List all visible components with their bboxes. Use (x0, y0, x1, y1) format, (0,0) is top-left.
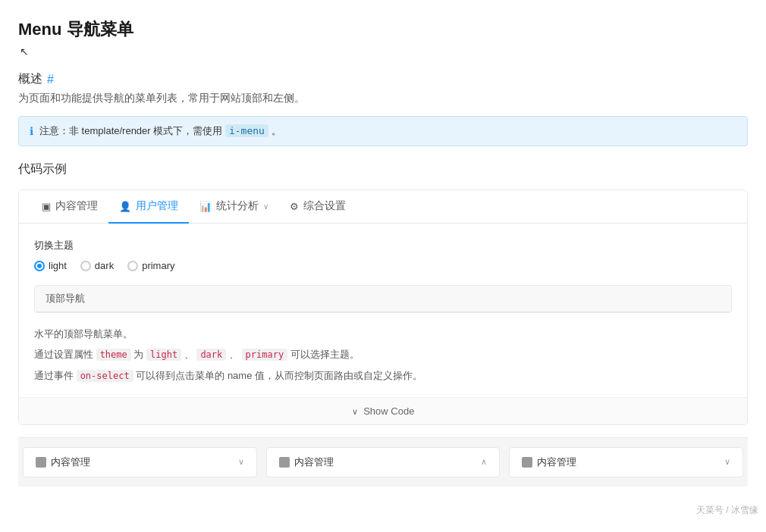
nav-left-1: 内容管理 (279, 455, 334, 469)
radio-light-circle (34, 261, 45, 271)
overview-hash-icon: # (47, 73, 54, 86)
stats-icon: 📊 (199, 201, 212, 212)
nav-left-2: 内容管理 (522, 455, 576, 469)
bottom-nav-label-2: 内容管理 (537, 455, 576, 469)
chevron-icon-1: ∧ (481, 457, 487, 467)
nav-icon-0 (36, 457, 46, 468)
demo-content: 切换主题 light dark primary 顶部导航 (19, 224, 747, 397)
tab-content[interactable]: ▣ 内容管理 (31, 190, 108, 224)
tab-stats[interactable]: 📊 统计分析 ∨ (189, 190, 279, 224)
radio-light[interactable]: light (34, 260, 67, 271)
overview-description: 为页面和功能提供导航的菜单列表，常用于网站顶部和左侧。 (18, 92, 748, 105)
chevron-down-icon: ∨ (352, 407, 358, 416)
radio-group: light dark primary (34, 260, 732, 271)
chevron-icon-2: ∨ (724, 457, 730, 467)
dark-code: dark (196, 349, 226, 361)
bottom-nav-label-1: 内容管理 (294, 455, 334, 469)
tab-user-label: 用户管理 (136, 199, 178, 213)
chevron-down-icon: ∨ (263, 202, 268, 211)
radio-dark-circle (80, 261, 91, 271)
content-icon: ▣ (42, 201, 51, 212)
light-code: light (146, 349, 181, 361)
bottom-nav-item-2[interactable]: 内容管理 ∨ (509, 447, 743, 477)
nav-left-0: 内容管理 (36, 455, 90, 469)
tab-content-label: 内容管理 (55, 199, 98, 213)
info-code: i-menu (225, 124, 268, 137)
tab-settings[interactable]: ⚙ 综合设置 (279, 190, 356, 224)
overview-heading: 概述 # (18, 71, 748, 87)
show-code-label: Show Code (363, 405, 414, 417)
radio-primary[interactable]: primary (127, 260, 174, 271)
bottom-nav-item-0[interactable]: 内容管理 ∨ (23, 447, 257, 477)
info-note-text: 注意：非 template/render 模式下，需使用 i-menu 。 (39, 124, 281, 138)
radio-dark[interactable]: dark (80, 260, 114, 271)
user-icon: 👤 (119, 201, 131, 212)
tabs-nav: ▣ 内容管理 👤 用户管理 📊 统计分析 ∨ ⚙ 综合设置 (19, 190, 747, 224)
nav-preview: 顶部导航 (34, 285, 732, 313)
on-select-code: on-select (77, 370, 133, 382)
radio-dark-label: dark (95, 260, 114, 271)
description-block: 水平的顶部导航菜单。 通过设置属性 theme 为 light 、 dark 、… (34, 324, 732, 390)
theme-code: theme (96, 349, 131, 361)
info-box: ℹ 注意：非 template/render 模式下，需使用 i-menu 。 (18, 116, 748, 146)
desc-line1: 水平的顶部导航菜单。 (34, 325, 732, 343)
desc-line2: 通过设置属性 theme 为 light 、 dark 、 primary 可以… (34, 346, 732, 364)
bottom-nav-item-1[interactable]: 内容管理 ∧ (266, 447, 501, 477)
nav-icon-2 (522, 457, 532, 468)
nav-preview-header: 顶部导航 (35, 286, 731, 312)
demo-card: ▣ 内容管理 👤 用户管理 📊 统计分析 ∨ ⚙ 综合设置 切换主题 (18, 189, 748, 425)
tab-user[interactable]: 👤 用户管理 (108, 190, 189, 224)
switch-theme-label: 切换主题 (34, 239, 732, 252)
radio-primary-label: primary (142, 260, 174, 271)
radio-primary-circle (127, 261, 138, 271)
show-code-bar[interactable]: ∨ Show Code (19, 397, 747, 424)
cursor-icon: ↖ (20, 45, 29, 56)
bottom-nav-label-0: 内容管理 (51, 455, 90, 469)
settings-icon: ⚙ (290, 201, 299, 212)
page-title: Menu 导航菜单 (18, 18, 748, 41)
chevron-icon-0: ∨ (238, 457, 244, 467)
bottom-nav-demo: 内容管理 ∨ 内容管理 ∧ 内容管理 ∨ (18, 437, 748, 487)
nav-icon-1 (279, 457, 290, 468)
code-example-heading: 代码示例 (18, 161, 748, 177)
tab-stats-label: 统计分析 (216, 199, 259, 213)
tab-settings-label: 综合设置 (303, 199, 346, 213)
radio-light-label: light (49, 260, 67, 271)
desc-line3: 通过事件 on-select 可以得到点击菜单的 name 值，从而控制页面路由… (34, 367, 732, 385)
primary-code: primary (242, 349, 288, 361)
info-icon: ℹ (30, 125, 33, 137)
